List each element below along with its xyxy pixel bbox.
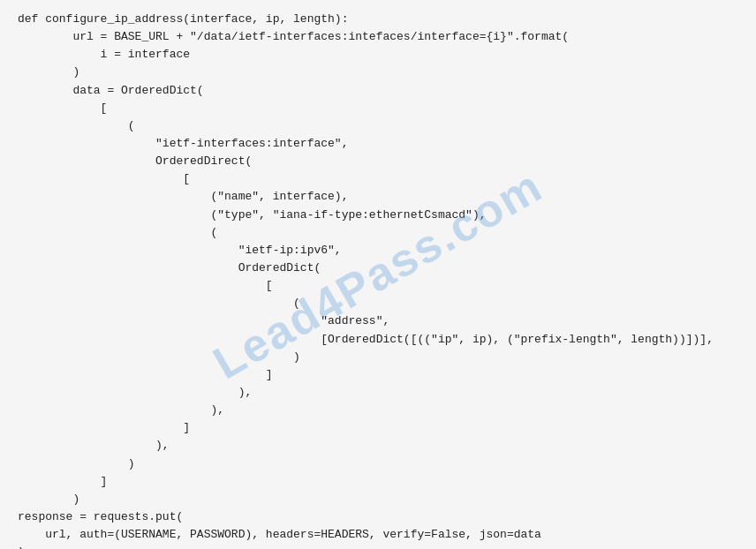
code-block: def configure_ip_address(interface, ip, … xyxy=(18,11,738,549)
code-container: def configure_ip_address(interface, ip, … xyxy=(0,0,756,549)
